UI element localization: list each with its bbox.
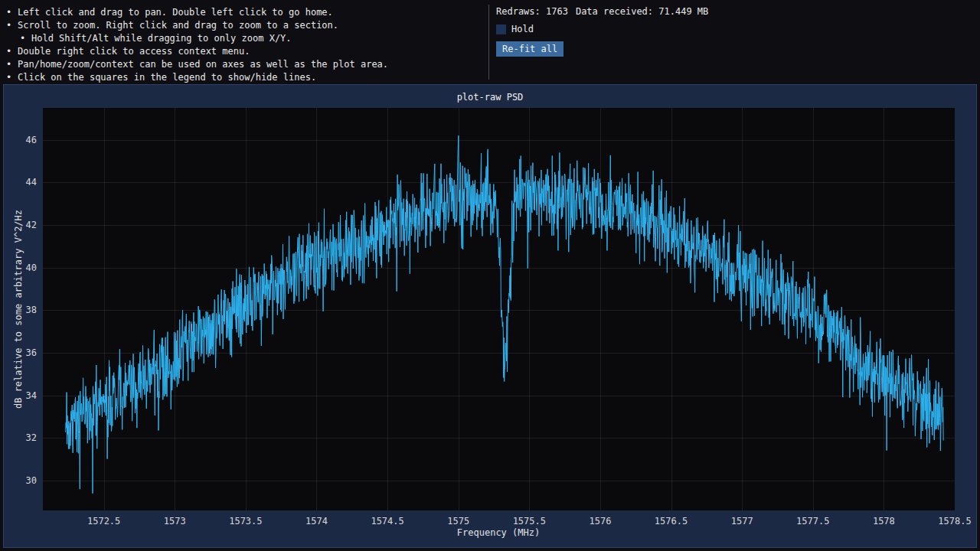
hold-checkbox[interactable] [496, 24, 506, 34]
bullet-icon: • [20, 32, 31, 45]
y-axis-label[interactable]: dB relative to some arbitrary V^2/Hz [13, 210, 24, 409]
bullet-icon: • [6, 71, 18, 84]
instruction-text: Left click and drag to pan. Double left … [18, 7, 333, 18]
plot-area[interactable] [43, 108, 955, 510]
app-root: { "topbar": { "instructions": [ {"bullet… [0, 0, 980, 551]
instruction-item: •Pan/home/zoom/context can be used on ax… [6, 58, 388, 71]
bullet-icon: • [6, 19, 18, 32]
y-tick-label: 42 [26, 220, 37, 230]
hold-checkbox-label: Hold [511, 24, 534, 34]
x-axis-label[interactable]: Frequency (MHz) [457, 527, 540, 538]
x-tick-label: 1578.5 [938, 516, 971, 527]
controls-panel: Redraws: 1763 Data received: 71.449 MB H… [496, 6, 708, 57]
x-tick-label: 1573.5 [229, 516, 262, 527]
panel-divider [488, 5, 489, 80]
x-tick-label: 1572.5 [87, 516, 120, 527]
plot-window: plot-raw PSD dB relative to some arbitra… [3, 84, 977, 548]
x-tick-label: 1575 [447, 516, 469, 527]
redraws-count: Redraws: 1763 [496, 6, 568, 17]
x-tick-label: 1576 [589, 516, 611, 527]
instruction-text: Scroll to zoom. Right click and drag to … [18, 20, 338, 31]
x-tick-label: 1577.5 [796, 516, 829, 527]
y-tick-label: 36 [26, 347, 37, 358]
y-tick-label: 44 [26, 177, 37, 187]
y-tick-label: 30 [26, 475, 37, 486]
refit-all-button[interactable]: Re-fit all [496, 41, 564, 57]
bullet-icon: • [6, 45, 18, 58]
instruction-item: •Hold Shift/Alt while dragging to only z… [20, 32, 388, 45]
x-tick-label: 1577 [731, 516, 753, 527]
x-tick-label: 1573 [164, 516, 186, 527]
instructions-list: •Left click and drag to pan. Double left… [6, 6, 388, 84]
instruction-item: •Scroll to zoom. Right click and drag to… [6, 19, 388, 32]
instruction-text: Click on the squares in the legend to sh… [18, 72, 316, 83]
y-tick-label: 46 [26, 135, 37, 145]
hold-checkbox-row[interactable]: Hold [496, 24, 708, 34]
x-tick-label: 1574.5 [371, 516, 403, 527]
instruction-text: Pan/home/zoom/context can be used on axe… [18, 59, 388, 70]
bullet-icon: • [6, 58, 18, 71]
instruction-item: •Left click and drag to pan. Double left… [6, 6, 388, 19]
y-tick-label: 38 [26, 305, 37, 315]
status-line: Redraws: 1763 Data received: 71.449 MB [496, 6, 708, 17]
top-panel: •Left click and drag to pan. Double left… [0, 0, 980, 84]
instruction-item: •Double right click to access context me… [6, 45, 388, 58]
instruction-text: Double right click to access context men… [18, 46, 250, 57]
instruction-item: •Click on the squares in the legend to s… [6, 71, 388, 84]
bullet-icon: • [6, 6, 18, 19]
y-tick-label: 34 [26, 390, 37, 401]
x-tick-label: 1578 [873, 516, 895, 527]
y-tick-label: 40 [26, 262, 37, 273]
psd-line-chart[interactable] [43, 108, 955, 510]
y-tick-label: 32 [26, 432, 37, 443]
x-tick-label: 1576.5 [655, 516, 688, 527]
x-tick-label: 1574 [305, 516, 328, 527]
data-received-count: Data received: 71.449 MB [576, 6, 708, 17]
instruction-text: Hold Shift/Alt while dragging to only zo… [31, 33, 292, 44]
plot-title: plot-raw PSD [4, 92, 976, 103]
x-tick-label: 1575.5 [513, 516, 546, 527]
